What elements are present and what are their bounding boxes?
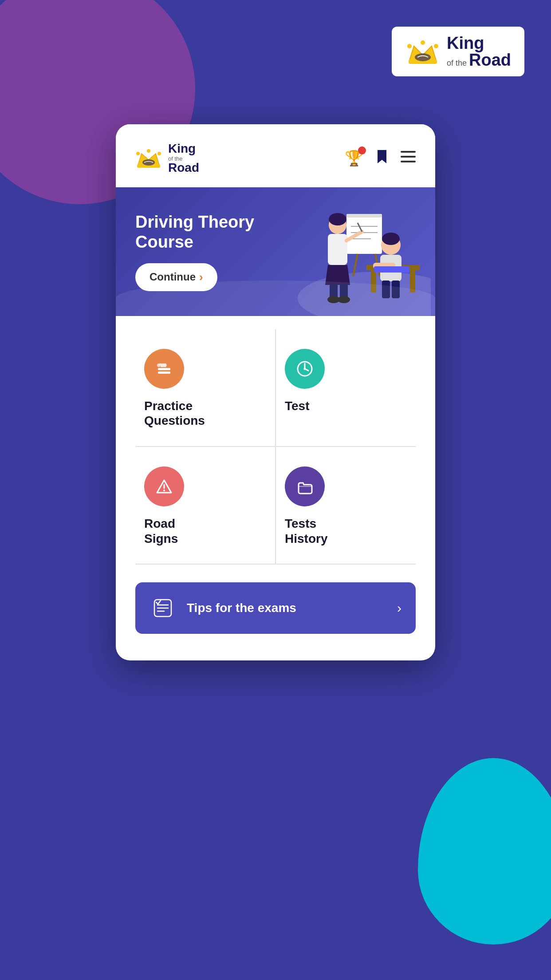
continue-arrow-icon: ›	[199, 270, 203, 284]
svg-point-8	[147, 149, 150, 153]
folder-circle-icon	[295, 477, 315, 496]
menu-grid: Practice Questions Test	[116, 329, 435, 565]
app-logo: King of the Road	[135, 142, 199, 174]
tips-arrow-icon: ›	[397, 601, 401, 616]
svg-rect-14	[401, 161, 416, 162]
app-logo-crown-icon	[135, 147, 162, 169]
phone-card: King of the Road 🏆	[116, 124, 435, 660]
tips-icon-box	[150, 595, 176, 621]
banner-content: Driving Theory Course Continue ›	[116, 212, 274, 291]
svg-rect-16	[346, 214, 382, 254]
svg-point-7	[136, 152, 140, 155]
practice-questions-icon-circle	[144, 349, 184, 389]
tips-label: Tips for the exams	[187, 601, 386, 615]
svg-point-3	[434, 44, 438, 48]
tests-history-label: Tests History	[285, 516, 407, 546]
tests-history-item[interactable]: Tests History	[276, 447, 416, 565]
tests-history-icon-circle	[285, 466, 325, 506]
svg-rect-44	[158, 371, 170, 374]
hamburger-icon	[401, 151, 416, 162]
svg-rect-25	[328, 234, 347, 265]
tips-banner[interactable]: Tips for the exams ›	[135, 582, 416, 634]
hamburger-menu-button[interactable]	[401, 150, 416, 166]
notification-badge	[358, 146, 366, 154]
bookmark-button[interactable]	[376, 149, 388, 167]
header-icons: 🏆	[345, 149, 416, 167]
app-header: King of the Road 🏆	[116, 124, 435, 187]
top-right-logo: King of the Road	[392, 27, 524, 76]
svg-point-37	[382, 233, 400, 245]
top-logo-text: King of the Road	[447, 35, 511, 68]
svg-rect-12	[401, 151, 416, 153]
svg-point-5	[415, 53, 431, 61]
app-logo-text: King of the Road	[168, 142, 199, 174]
svg-point-50	[304, 368, 306, 370]
clock-circle-icon	[295, 359, 315, 379]
test-item[interactable]: Test	[276, 329, 416, 447]
continue-button[interactable]: Continue ›	[135, 263, 217, 291]
top-logo-crown-icon	[405, 37, 441, 66]
road-signs-icon-circle	[144, 466, 184, 506]
svg-point-2	[421, 40, 425, 45]
test-icon-circle	[285, 349, 325, 389]
svg-rect-40	[374, 266, 409, 273]
svg-rect-13	[401, 156, 416, 158]
svg-point-53	[163, 490, 165, 491]
course-banner: Driving Theory Course Continue ›	[116, 187, 435, 316]
bg-blob-teal	[418, 758, 551, 944]
checklist-icon	[152, 597, 174, 619]
road-signs-label: Road Signs	[144, 516, 266, 546]
trophy-button[interactable]: 🏆	[345, 149, 363, 167]
practice-questions-label: Practice Questions	[144, 399, 266, 428]
warning-circle-icon	[154, 477, 174, 496]
svg-point-1	[407, 44, 412, 48]
bookmark-icon	[376, 149, 388, 165]
svg-rect-17	[346, 214, 382, 217]
svg-rect-43	[158, 368, 170, 370]
road-signs-item[interactable]: Road Signs	[135, 447, 276, 565]
svg-point-24	[329, 213, 346, 225]
practice-questions-item[interactable]: Practice Questions	[135, 329, 276, 447]
banner-title: Driving Theory Course	[135, 212, 254, 253]
svg-point-9	[157, 152, 161, 155]
test-label: Test	[285, 399, 407, 414]
pencil-circle-icon	[154, 359, 174, 379]
